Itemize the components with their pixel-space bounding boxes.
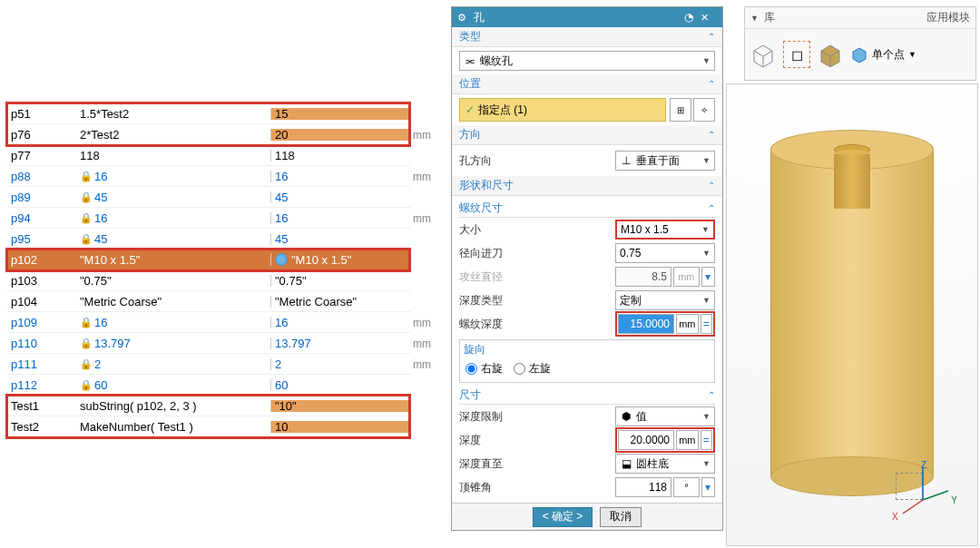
thread-size-subheader[interactable]: 螺纹尺寸⌃	[459, 200, 715, 218]
cylinder-bottom-icon: ⬓	[620, 457, 632, 470]
cone-angle-input[interactable]	[615, 477, 671, 497]
3d-viewport[interactable]: Z Y X	[726, 83, 978, 546]
depth-to-label: 深度直至	[459, 456, 615, 472]
lock-icon	[80, 232, 91, 245]
point-picker-button[interactable]: ⊞	[670, 98, 691, 122]
specify-point-button[interactable]: ✓ 指定点 (1)	[459, 98, 666, 122]
hole-direction-dropdown[interactable]: ⊥ 垂直于面 ▼	[615, 151, 715, 171]
lock-icon	[80, 316, 91, 328]
expression-type-icon	[275, 253, 288, 266]
chevron-down-icon[interactable]: ▼	[908, 50, 916, 59]
chevron-down-icon: ▼	[702, 56, 710, 65]
chevron-up-icon: ⌃	[708, 130, 715, 140]
expression-row[interactable]: p762*Test220	[7, 124, 411, 145]
tap-diameter-label: 攻丝直径	[459, 269, 615, 285]
formula-button[interactable]: =	[701, 314, 712, 334]
chevron-down-icon: ▼	[702, 459, 710, 468]
lock-icon	[80, 357, 91, 370]
chevron-up-icon: ⌃	[708, 79, 715, 89]
single-point-icon[interactable]	[850, 45, 868, 64]
expression-row[interactable]: p103"0.75""0.75"	[7, 270, 411, 291]
chevron-down-icon: ▼	[702, 412, 710, 421]
expression-row[interactable]: p11122	[7, 354, 411, 375]
depth-to-dropdown[interactable]: ⬓ 圆柱底▼	[615, 454, 715, 474]
cube-wireframe-icon[interactable]	[750, 42, 776, 67]
size-dropdown[interactable]: M10 x 1.5▼	[615, 220, 715, 240]
chevron-down-icon: ▼	[701, 225, 710, 234]
chevron-down-icon: ▼	[702, 249, 710, 258]
depth-limit-dropdown[interactable]: ⬢ 值▼	[615, 406, 715, 426]
sketch-point-button[interactable]: ✧	[693, 98, 715, 122]
expression-row[interactable]: Test1subString( p102, 2, 3 )"10"	[7, 396, 411, 416]
chevron-down-icon: ▼	[702, 296, 710, 305]
expression-row[interactable]: p77118118	[7, 145, 411, 166]
dialog-titlebar[interactable]: 孔	[452, 7, 722, 27]
formula-button: ▾	[701, 267, 715, 287]
single-point-label[interactable]: 单个点	[872, 47, 905, 63]
svg-line-1	[923, 491, 948, 500]
hole-type-dropdown[interactable]: ⫘ 螺纹孔 ▼	[459, 51, 715, 71]
library-tab[interactable]: 库	[764, 10, 775, 25]
expression-row[interactable]: p102"M10 x 1.5""M10 x 1.5"	[7, 250, 411, 270]
close-icon[interactable]	[701, 11, 713, 24]
hole-dialog: 孔 类型⌃ ⫘ 螺纹孔 ▼ 位置⌃ ✓ 指定点 (1) ⊞ ✧ 方向⌃ 孔方向 …	[451, 6, 723, 531]
chevron-up-icon: ⌃	[708, 390, 715, 400]
cube-solid-icon[interactable]	[818, 42, 843, 67]
expression-table[interactable]: p511.5*Test215p762*Test220p77118118p8816…	[7, 103, 411, 437]
rotation-right-radio[interactable]: 右旋	[466, 361, 503, 377]
selection-box-icon[interactable]: ◻	[783, 41, 810, 68]
help-icon[interactable]	[684, 11, 697, 24]
radial-label: 径向进刀	[459, 246, 615, 261]
axis-triad: Z Y X	[896, 464, 950, 518]
depth-label: 深度	[459, 433, 615, 448]
expression-row[interactable]: p954545	[7, 229, 411, 250]
expression-row[interactable]: p894545	[7, 187, 411, 208]
chevron-up-icon: ⌃	[708, 181, 715, 191]
unit-label: °	[673, 477, 700, 497]
expression-row[interactable]: p881616	[7, 166, 411, 187]
hole-direction-label: 孔方向	[459, 153, 615, 169]
unit-label: mm	[676, 314, 699, 334]
section-position-header[interactable]: 位置⌃	[452, 74, 722, 94]
expression-unit-column: mmmmmmmmmmmm	[413, 103, 431, 437]
cylinder-model[interactable]	[770, 130, 934, 496]
check-icon: ✓	[466, 103, 475, 116]
expression-row[interactable]: p1126060	[7, 375, 411, 396]
thread-depth-label: 螺纹深度	[459, 317, 615, 332]
expression-row[interactable]: Test2MakeNumber( Test1 )10	[7, 416, 411, 437]
radial-dropdown[interactable]: 0.75▼	[615, 243, 715, 263]
expression-row[interactable]: p511.5*Test215	[7, 103, 411, 124]
threaded-hole-icon: ⫘	[464, 54, 476, 67]
dialog-title: 孔	[474, 10, 684, 25]
depth-type-label: 深度类型	[459, 293, 615, 308]
depth-input[interactable]	[618, 430, 674, 450]
tap-diameter-input	[615, 267, 671, 287]
rotation-left-radio[interactable]: 左旋	[514, 361, 551, 377]
depth-type-dropdown[interactable]: 定制▼	[615, 290, 715, 310]
app-module-tab[interactable]: 应用模块	[926, 10, 970, 25]
cancel-button[interactable]: 取消	[600, 507, 642, 527]
dimension-subheader[interactable]: 尺寸⌃	[459, 387, 715, 405]
expression-row[interactable]: p941616	[7, 208, 411, 229]
formula-button[interactable]: =	[701, 430, 712, 450]
chevron-down-icon: ▼	[702, 156, 710, 165]
formula-button[interactable]: ▾	[701, 477, 715, 497]
size-label: 大小	[459, 222, 615, 238]
dropdown-arrow-icon[interactable]: ▼	[750, 14, 759, 23]
lock-icon	[80, 337, 91, 349]
expression-row[interactable]: p1091616	[7, 312, 411, 333]
section-type-header[interactable]: 类型⌃	[452, 27, 722, 47]
lock-icon	[80, 211, 91, 224]
section-direction-header[interactable]: 方向⌃	[452, 125, 722, 145]
unit-label: mm	[673, 267, 700, 287]
ok-button[interactable]: < 确定 >	[533, 507, 593, 527]
expression-row[interactable]: p11013.79713.797	[7, 333, 411, 354]
thread-depth-input[interactable]	[618, 314, 674, 334]
chevron-up-icon: ⌃	[708, 32, 715, 42]
perpendicular-icon: ⊥	[620, 154, 632, 167]
lock-icon	[80, 378, 91, 391]
section-shape-header[interactable]: 形状和尺寸⌃	[452, 176, 722, 196]
lock-icon	[80, 191, 91, 203]
unit-label: mm	[676, 430, 699, 450]
expression-row[interactable]: p104"Metric Coarse""Metric Coarse"	[7, 291, 411, 312]
